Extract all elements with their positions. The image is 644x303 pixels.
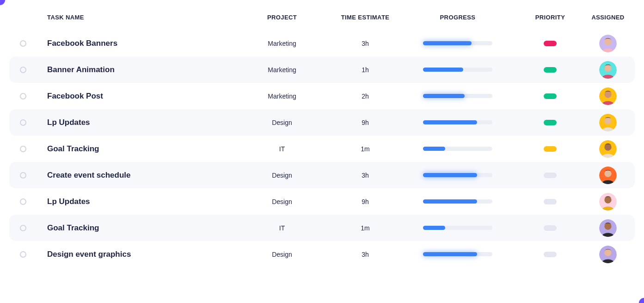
task-progress[interactable]	[402, 94, 513, 98]
task-assigned[interactable]	[587, 87, 629, 105]
task-radio[interactable]	[20, 225, 26, 231]
task-assigned[interactable]	[587, 140, 629, 158]
priority-pill	[544, 199, 557, 204]
task-name[interactable]: Create event schedule	[37, 171, 236, 180]
task-radio[interactable]	[20, 40, 26, 47]
task-progress[interactable]	[402, 173, 513, 177]
task-radio[interactable]	[20, 146, 26, 152]
task-project: Design	[236, 251, 328, 258]
task-name[interactable]: Lp Updates	[37, 197, 236, 206]
task-progress[interactable]	[402, 252, 513, 256]
table-row[interactable]: Banner AnimationMarketing1h	[9, 56, 635, 83]
task-radio[interactable]	[20, 198, 26, 205]
task-project: Marketing	[236, 66, 328, 74]
task-priority[interactable]	[513, 93, 587, 99]
task-progress[interactable]	[402, 41, 513, 45]
svg-point-3	[604, 64, 611, 71]
col-header-time-estimate: TIME ESTIMATE	[328, 14, 402, 21]
task-assigned[interactable]	[587, 114, 629, 131]
table-row[interactable]: Create event scheduleDesign3h	[9, 162, 635, 188]
task-project: Marketing	[236, 93, 328, 100]
table-row[interactable]: Goal TrackingIT1m	[9, 136, 635, 162]
table-row[interactable]: Design event graphicsDesign3h	[9, 241, 635, 267]
task-priority[interactable]	[513, 120, 587, 125]
task-assigned[interactable]	[587, 61, 629, 79]
task-project: Design	[236, 172, 328, 179]
svg-point-15	[604, 223, 611, 229]
task-name[interactable]: Facebook Post	[37, 92, 236, 101]
task-project: Marketing	[236, 40, 328, 47]
task-radio[interactable]	[20, 93, 26, 99]
task-priority[interactable]	[513, 67, 587, 73]
task-time-estimate: 2h	[328, 93, 402, 100]
col-header-priority: PRIORITY	[513, 14, 587, 21]
task-name[interactable]: Lp Updates	[37, 118, 236, 127]
task-project: Design	[236, 119, 328, 126]
table-row[interactable]: Facebook PostMarketing2h	[9, 83, 635, 109]
priority-pill	[544, 252, 557, 257]
task-name[interactable]: Banner Animation	[37, 65, 236, 74]
priority-pill	[544, 146, 557, 152]
svg-point-1	[604, 38, 611, 45]
task-name[interactable]: Goal Tracking	[37, 144, 236, 154]
priority-pill	[544, 93, 557, 99]
task-project: Design	[236, 198, 328, 205]
task-progress[interactable]	[402, 147, 513, 151]
task-assigned[interactable]	[587, 246, 629, 263]
col-header-progress: PROGRESS	[402, 14, 513, 21]
task-name[interactable]: Goal Tracking	[37, 223, 236, 233]
table-header: TASK NAME PROJECT TIME ESTIMATE PROGRESS…	[9, 14, 635, 30]
task-time-estimate: 3h	[328, 251, 402, 258]
table-row[interactable]: Lp UpdatesDesign9h	[9, 109, 635, 136]
task-name[interactable]: Facebook Banners	[37, 39, 236, 48]
task-progress[interactable]	[402, 226, 513, 230]
task-radio[interactable]	[20, 172, 26, 179]
task-radio[interactable]	[20, 67, 26, 73]
avatar[interactable]	[599, 114, 617, 131]
priority-pill	[544, 120, 557, 125]
task-radio[interactable]	[20, 251, 26, 258]
task-priority[interactable]	[513, 199, 587, 204]
task-time-estimate: 3h	[328, 172, 402, 179]
svg-point-5	[604, 91, 611, 98]
task-radio[interactable]	[20, 119, 26, 126]
avatar[interactable]	[599, 246, 617, 263]
priority-pill	[544, 41, 557, 46]
priority-pill	[544, 225, 557, 231]
avatar[interactable]	[599, 87, 617, 105]
task-progress[interactable]	[402, 120, 513, 124]
avatar[interactable]	[599, 193, 617, 210]
svg-point-17	[604, 249, 611, 256]
task-table: TASK NAME PROJECT TIME ESTIMATE PROGRESS…	[9, 14, 635, 267]
task-project: IT	[236, 145, 328, 153]
table-row[interactable]: Goal TrackingIT1m	[9, 215, 635, 241]
avatar[interactable]	[599, 35, 617, 52]
task-progress[interactable]	[402, 68, 513, 72]
avatar[interactable]	[599, 167, 617, 184]
avatar[interactable]	[599, 140, 617, 158]
task-priority[interactable]	[513, 252, 587, 257]
task-priority[interactable]	[513, 146, 587, 152]
task-assigned[interactable]	[587, 35, 629, 52]
priority-pill	[544, 67, 557, 73]
table-row[interactable]: Facebook BannersMarketing3h	[9, 30, 635, 56]
task-assigned[interactable]	[587, 193, 629, 210]
task-time-estimate: 9h	[328, 198, 402, 205]
task-priority[interactable]	[513, 173, 587, 178]
table-row[interactable]: Lp UpdatesDesign9h	[9, 188, 635, 215]
task-assigned[interactable]	[587, 219, 629, 237]
task-assigned[interactable]	[587, 167, 629, 184]
task-priority[interactable]	[513, 225, 587, 231]
priority-pill	[544, 173, 557, 178]
col-header-project: PROJECT	[236, 14, 328, 21]
task-project: IT	[236, 224, 328, 232]
avatar[interactable]	[599, 219, 617, 237]
task-priority[interactable]	[513, 41, 587, 46]
avatar[interactable]	[599, 61, 617, 79]
task-time-estimate: 1h	[328, 66, 402, 74]
svg-point-11	[604, 170, 611, 177]
task-progress[interactable]	[402, 199, 513, 204]
task-name[interactable]: Design event graphics	[37, 250, 236, 259]
task-time-estimate: 3h	[328, 40, 402, 47]
col-header-assigned: ASSIGNED	[587, 14, 629, 21]
